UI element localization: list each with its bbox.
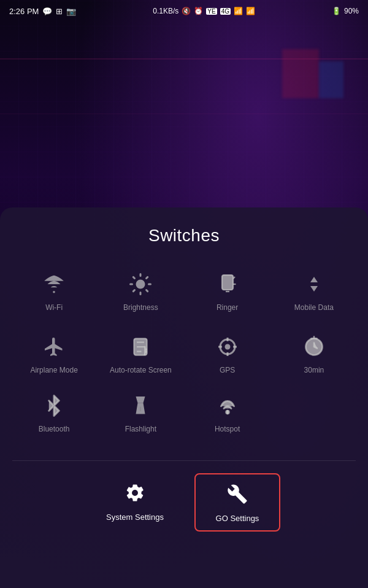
system-settings-label: System Settings (106, 513, 164, 522)
alarm-icon: ⏰ (194, 7, 203, 15)
svg-point-17 (224, 344, 230, 349)
status-right: 🔋 90% (332, 7, 359, 15)
status-bar: 2:26 PM 💬 ⊞ 📷 0.1KB/s 🔇 ⏰ YE 4G 📶 📶 🔋 90… (0, 0, 368, 22)
gps-switch-icon (217, 336, 239, 361)
time: 2:26 PM (9, 7, 39, 16)
svg-line-8 (134, 290, 135, 292)
ringer-label: Ringer (217, 303, 238, 313)
battery-percent: 90% (344, 7, 359, 15)
hotspot-switch-icon (217, 395, 239, 420)
switch-airplane[interactable]: Airplane Mode (12, 327, 96, 383)
switches-row-2: Airplane Mode Auto-rotate Screen (12, 327, 356, 383)
status-center: 0.1KB/s 🔇 ⏰ YE 4G 📶 📶 (153, 7, 255, 15)
mobiledata-label: Mobile Data (294, 303, 334, 313)
speed: 0.1KB/s (153, 7, 178, 15)
switch-ringer[interactable]: Ringer (186, 264, 269, 320)
panel-title: Switches (148, 226, 220, 246)
autorotate-switch-icon (129, 336, 151, 361)
flashlight-switch-icon (129, 395, 151, 420)
svg-rect-10 (222, 275, 233, 290)
system-settings-button[interactable]: System Settings (88, 473, 182, 532)
settings-action-icon (125, 482, 145, 508)
switch-autorotate[interactable]: Auto-rotate Screen (99, 327, 182, 383)
svg-line-9 (147, 277, 148, 278)
switch-empty (272, 385, 356, 442)
glitch-line-2 (0, 114, 368, 114)
switch-wifi[interactable]: Wi-Fi (12, 264, 96, 320)
signal-icon: 📶 (234, 7, 243, 15)
instagram-icon: 📷 (66, 7, 76, 16)
switch-gps[interactable]: GPS (186, 327, 269, 383)
switch-flashlight[interactable]: Flashlight (99, 385, 182, 442)
ringer-switch-icon (217, 273, 239, 298)
wifi-icon: 📶 (246, 7, 255, 15)
switch-brightness[interactable]: Brightness (99, 264, 182, 320)
switches-row-3: Bluetooth Flashlight Hots (12, 385, 356, 442)
svg-point-0 (53, 291, 55, 293)
mute-icon: 🔇 (182, 7, 191, 15)
bluetooth-label: Bluetooth (39, 425, 70, 435)
bottom-actions: System Settings GO Settings (12, 473, 356, 532)
timer-label: 30min (304, 366, 324, 376)
divider (12, 460, 356, 461)
grid-icon: ⊞ (56, 7, 63, 16)
brightness-label: Brightness (123, 303, 158, 313)
switches-row-1: Wi-Fi Brightness Ringer (12, 264, 356, 320)
battery-icon: 🔋 (332, 7, 341, 15)
timer-switch-icon (303, 336, 325, 361)
ye-icon: YE (206, 8, 217, 15)
status-left: 2:26 PM 💬 ⊞ 📷 (9, 7, 76, 16)
gps-label: GPS (220, 366, 235, 376)
airplane-switch-icon (43, 336, 65, 361)
bluetooth-switch-icon (43, 395, 65, 420)
switch-hotspot[interactable]: Hotspot (186, 385, 269, 442)
overlay-panel: Switches Wi-Fi Brightness (0, 207, 368, 588)
glitch-red (282, 49, 319, 98)
whatsapp-icon: 💬 (42, 7, 52, 16)
wrench-action-icon (227, 484, 248, 509)
flashlight-label: Flashlight (125, 425, 156, 435)
hotspot-label: Hotspot (215, 425, 240, 435)
svg-line-4 (134, 277, 135, 278)
wifi-label: Wi-Fi (45, 303, 63, 313)
switch-mobiledata[interactable]: Mobile Data (272, 264, 356, 320)
wifi-switch-icon (43, 273, 65, 298)
airplane-label: Airplane Mode (30, 366, 77, 376)
autorotate-label: Auto-rotate Screen (110, 366, 172, 376)
go-settings-label: GO Settings (216, 514, 259, 523)
svg-point-1 (136, 280, 145, 289)
switch-timer[interactable]: 30min (272, 327, 356, 383)
4g-icon: 4G (220, 8, 231, 15)
glitch-blue (319, 61, 343, 98)
svg-line-5 (147, 290, 148, 292)
go-settings-button[interactable]: GO Settings (194, 473, 280, 532)
mobiledata-switch-icon (303, 273, 325, 298)
brightness-switch-icon (129, 273, 151, 298)
switch-bluetooth[interactable]: Bluetooth (12, 385, 96, 442)
